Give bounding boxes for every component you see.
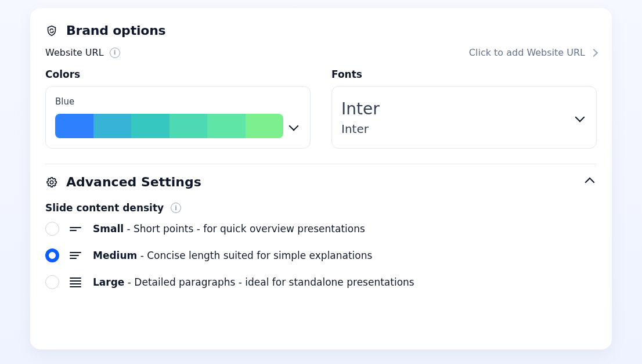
- density-option-text: Large - Detailed paragraphs - ideal for …: [93, 276, 414, 288]
- info-icon[interactable]: i: [110, 48, 120, 58]
- advanced-title: Advanced Settings: [66, 175, 201, 189]
- density-lines-icon: [70, 277, 82, 287]
- info-icon[interactable]: i: [171, 203, 181, 213]
- colors-label: Colors: [45, 69, 311, 80]
- radio-large[interactable]: [45, 275, 59, 289]
- radio-small[interactable]: [45, 222, 59, 236]
- website-url-left: Website URL i: [45, 47, 120, 58]
- font-primary: Inter: [341, 99, 380, 118]
- chevron-down-icon: [575, 113, 585, 122]
- website-url-cta-text: Click to add Website URL: [469, 47, 585, 58]
- density-lines-icon: [70, 252, 82, 259]
- fonts-select[interactable]: Inter Inter: [331, 86, 597, 149]
- color-swatch: [246, 114, 284, 138]
- advanced-settings-header[interactable]: Advanced Settings: [45, 175, 597, 189]
- color-swatches: [55, 114, 283, 138]
- brand-two-col: Colors Blue Fonts Inter Inter: [45, 69, 597, 149]
- chevron-down-icon: [289, 121, 299, 131]
- font-secondary: Inter: [341, 122, 380, 136]
- color-swatch: [131, 114, 169, 138]
- density-options: Small - Short points - for quick overvie…: [45, 222, 597, 289]
- divider: [45, 164, 597, 164]
- density-option-text: Medium - Concise length suited for simpl…: [93, 250, 372, 261]
- density-label-row: Slide content density i: [45, 202, 597, 214]
- density-option-medium[interactable]: Medium - Concise length suited for simpl…: [45, 248, 597, 262]
- chevron-up-icon: [585, 177, 595, 187]
- color-swatch: [93, 114, 132, 138]
- website-url-cta[interactable]: Click to add Website URL: [469, 47, 597, 58]
- colors-selected-name: Blue: [55, 96, 301, 107]
- density-option-small[interactable]: Small - Short points - for quick overvie…: [45, 222, 597, 236]
- brand-options-header: Brand options: [45, 23, 597, 38]
- density-option-large[interactable]: Large - Detailed paragraphs - ideal for …: [45, 275, 597, 289]
- fonts-text: Inter Inter: [341, 99, 380, 136]
- fonts-field: Fonts Inter Inter: [331, 69, 597, 149]
- density-lines-icon: [70, 227, 82, 231]
- chevron-right-icon: [590, 48, 598, 56]
- radio-medium[interactable]: [45, 248, 59, 262]
- settings-panel: Brand options Website URL i Click to add…: [30, 8, 612, 349]
- color-swatch: [169, 114, 208, 138]
- fonts-label: Fonts: [331, 69, 597, 80]
- website-url-row: Website URL i Click to add Website URL: [45, 47, 597, 58]
- advanced-left: Advanced Settings: [45, 175, 201, 189]
- density-label: Slide content density: [45, 202, 164, 214]
- color-swatch: [55, 114, 93, 138]
- svg-point-0: [50, 181, 53, 184]
- brand-options-title: Brand options: [66, 23, 165, 38]
- website-url-label: Website URL: [45, 47, 104, 58]
- colors-swatches-row: [55, 114, 301, 138]
- brand-shield-icon: [45, 24, 58, 37]
- density-option-text: Small - Short points - for quick overvie…: [93, 223, 365, 235]
- gear-icon: [45, 176, 58, 189]
- colors-select[interactable]: Blue: [45, 86, 311, 149]
- colors-field: Colors Blue: [45, 69, 311, 149]
- color-swatch: [207, 114, 246, 138]
